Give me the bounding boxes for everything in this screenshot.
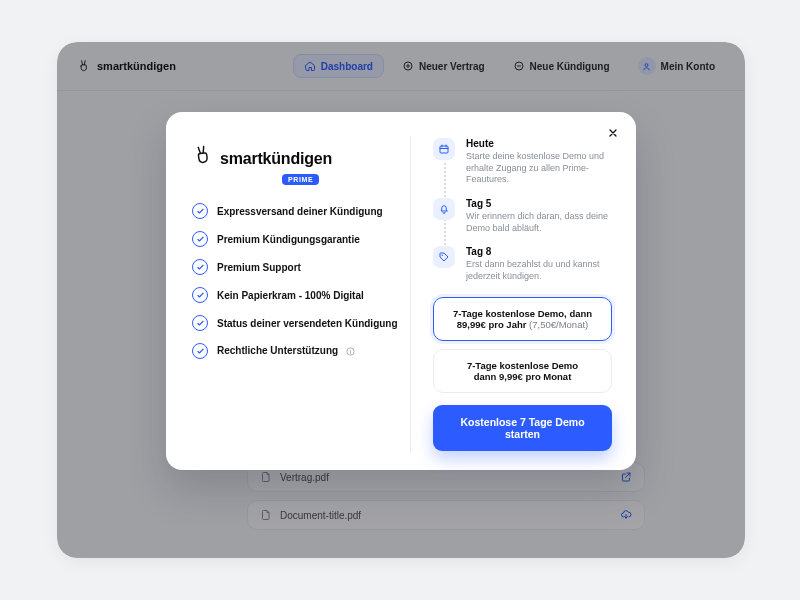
- user-icon: [641, 61, 652, 72]
- pricing-plans: 7-Tage kostenlose Demo, dann 89,99€ pro …: [433, 297, 612, 393]
- step-desc: Erst dann bezahlst du und kannst jederze…: [466, 259, 612, 282]
- timeline-step-day5: Tag 5 Wir erinnern dich daran, dass dein…: [433, 198, 612, 234]
- svg-point-4: [350, 349, 351, 350]
- file-name: Document-title.pdf: [280, 510, 361, 521]
- modal-brand-name: smartkündigen: [220, 150, 332, 168]
- feature-item: Kein Papierkram - 100% Digital: [192, 287, 404, 303]
- peace-hand-icon: [191, 143, 216, 168]
- plan-monthly[interactable]: 7-Tage kostenlose Demo dann 9,99€ pro Mo…: [433, 349, 612, 393]
- plan-line1: 7-Tage kostenlose Demo: [446, 360, 599, 371]
- plan-prefix: dann: [474, 371, 499, 382]
- svg-point-1: [515, 62, 523, 70]
- timeline-step-today: Heute Starte deine kostenlose Demo und e…: [433, 138, 612, 186]
- feature-label: Rechtliche Unterstützung: [217, 345, 356, 357]
- home-icon: [304, 60, 316, 72]
- step-desc: Starte deine kostenlose Demo und erhalte…: [466, 151, 612, 186]
- check-icon: [192, 343, 208, 359]
- brand: smartkündigen: [77, 59, 176, 73]
- external-link-icon[interactable]: [620, 471, 632, 483]
- nav: Dashboard Neuer Vertrag Neue Kündigung M…: [293, 52, 725, 80]
- peace-hand-icon: [77, 59, 91, 73]
- brand-name: smartkündigen: [97, 60, 176, 72]
- nav-account[interactable]: Mein Konto: [628, 52, 725, 80]
- nav-new-cancellation-label: Neue Kündigung: [530, 61, 610, 72]
- modal-brand: smartkündigen: [192, 146, 332, 168]
- plan-price: 89,99€ pro Jahr: [457, 319, 527, 330]
- file-row[interactable]: Document-title.pdf: [247, 500, 645, 530]
- feature-label: Expressversand deiner Kündigung: [217, 206, 383, 217]
- step-title: Tag 5: [466, 198, 612, 209]
- svg-rect-5: [440, 146, 448, 153]
- calendar-icon: [433, 138, 455, 160]
- avatar: [638, 57, 656, 75]
- prime-upsell-modal: smartkündigen PRIME Expressversand deine…: [166, 112, 636, 470]
- feature-label-text: Rechtliche Unterstützung: [217, 345, 338, 356]
- svg-point-6: [442, 255, 443, 256]
- nav-dashboard-label: Dashboard: [321, 61, 373, 72]
- tag-icon: [433, 246, 455, 268]
- plan-line2: dann 9,99€ pro Monat: [446, 371, 599, 382]
- download-cloud-icon[interactable]: [620, 509, 632, 521]
- svg-point-0: [404, 62, 412, 70]
- check-icon: [192, 259, 208, 275]
- nav-dashboard[interactable]: Dashboard: [293, 54, 384, 78]
- file-name: Vertrag.pdf: [280, 472, 329, 483]
- nav-new-contract-label: Neuer Vertrag: [419, 61, 485, 72]
- plan-yearly[interactable]: 7-Tage kostenlose Demo, dann 89,99€ pro …: [433, 297, 612, 341]
- topbar: smartkündigen Dashboard Neuer Vertrag Ne…: [57, 42, 745, 91]
- bell-icon: [433, 198, 455, 220]
- plus-circle-icon: [402, 60, 414, 72]
- step-title: Tag 8: [466, 246, 612, 257]
- plan-price: 9,99€ pro Monat: [499, 371, 571, 382]
- check-icon: [192, 231, 208, 247]
- feature-item: Status deiner versendeten Kündigung: [192, 315, 404, 331]
- feature-item: Rechtliche Unterstützung: [192, 343, 404, 359]
- svg-point-2: [645, 63, 648, 66]
- feature-label: Kein Papierkram - 100% Digital: [217, 290, 364, 301]
- timeline-step-day8: Tag 8 Erst dann bezahlst du und kannst j…: [433, 246, 612, 282]
- modal-left: smartkündigen PRIME Expressversand deine…: [192, 138, 410, 451]
- prime-badge: PRIME: [282, 174, 319, 185]
- file-icon: [260, 509, 272, 521]
- step-desc: Wir erinnern dich daran, dass deine Demo…: [466, 211, 612, 234]
- plan-line2: 89,99€ pro Jahr (7,50€/Monat): [446, 319, 599, 330]
- minus-circle-icon: [513, 60, 525, 72]
- check-icon: [192, 287, 208, 303]
- feature-item: Premium Support: [192, 259, 404, 275]
- timeline: Heute Starte deine kostenlose Demo und e…: [433, 138, 612, 283]
- feature-label: Status deiner versendeten Kündigung: [217, 318, 398, 329]
- check-icon: [192, 203, 208, 219]
- file-list: Vertrag.pdf Document-title.pdf: [247, 462, 645, 530]
- step-title: Heute: [466, 138, 612, 149]
- check-icon: [192, 315, 208, 331]
- feature-item: Premium Kündigungsgarantie: [192, 231, 404, 247]
- nav-new-cancellation[interactable]: Neue Kündigung: [503, 55, 620, 77]
- plan-line1: 7-Tage kostenlose Demo, dann: [446, 308, 599, 319]
- nav-new-contract[interactable]: Neuer Vertrag: [392, 55, 495, 77]
- nav-account-label: Mein Konto: [661, 61, 715, 72]
- feature-item: Expressversand deiner Kündigung: [192, 203, 404, 219]
- feature-label: Premium Support: [217, 262, 301, 273]
- start-demo-button[interactable]: Kostenlose 7 Tage Demo starten: [433, 405, 612, 451]
- file-icon: [260, 471, 272, 483]
- plan-subprice: (7,50€/Monat): [526, 319, 588, 330]
- feature-label: Premium Kündigungsgarantie: [217, 234, 360, 245]
- info-icon[interactable]: [345, 346, 356, 357]
- feature-list: Expressversand deiner Kündigung Premium …: [192, 203, 404, 359]
- modal-right: Heute Starte deine kostenlose Demo und e…: [411, 138, 612, 451]
